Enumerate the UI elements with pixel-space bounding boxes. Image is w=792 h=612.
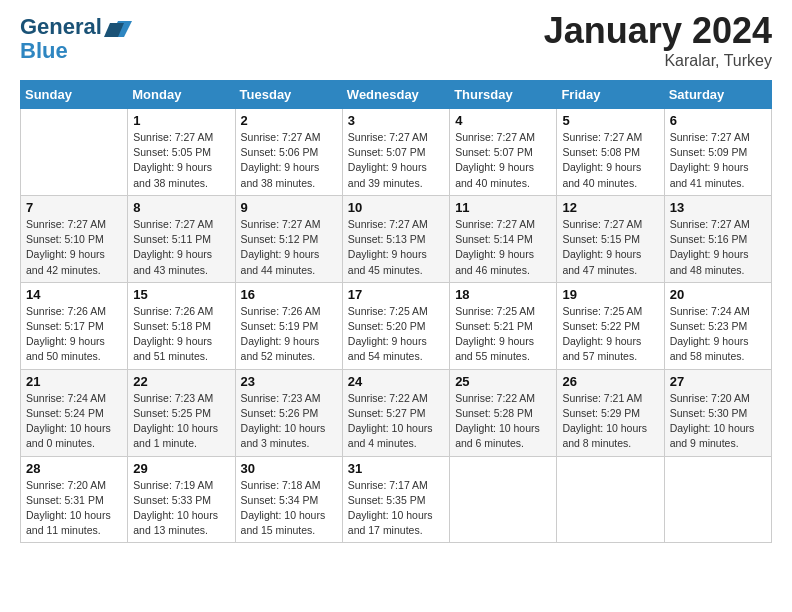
calendar-cell: 26Sunrise: 7:21 AM Sunset: 5:29 PM Dayli… <box>557 369 664 456</box>
calendar-table: SundayMondayTuesdayWednesdayThursdayFrid… <box>20 80 772 543</box>
calendar-cell: 12Sunrise: 7:27 AM Sunset: 5:15 PM Dayli… <box>557 195 664 282</box>
day-info: Sunrise: 7:25 AM Sunset: 5:20 PM Dayligh… <box>348 304 444 365</box>
header-monday: Monday <box>128 81 235 109</box>
week-row-3: 14Sunrise: 7:26 AM Sunset: 5:17 PM Dayli… <box>21 282 772 369</box>
calendar-cell: 20Sunrise: 7:24 AM Sunset: 5:23 PM Dayli… <box>664 282 771 369</box>
week-row-4: 21Sunrise: 7:24 AM Sunset: 5:24 PM Dayli… <box>21 369 772 456</box>
day-info: Sunrise: 7:20 AM Sunset: 5:31 PM Dayligh… <box>26 478 122 539</box>
day-number: 4 <box>455 113 551 128</box>
day-info: Sunrise: 7:18 AM Sunset: 5:34 PM Dayligh… <box>241 478 337 539</box>
header-wednesday: Wednesday <box>342 81 449 109</box>
day-info: Sunrise: 7:23 AM Sunset: 5:26 PM Dayligh… <box>241 391 337 452</box>
calendar-cell: 14Sunrise: 7:26 AM Sunset: 5:17 PM Dayli… <box>21 282 128 369</box>
location: Karalar, Turkey <box>544 52 772 70</box>
title-block: January 2024 Karalar, Turkey <box>544 10 772 70</box>
week-row-1: 1Sunrise: 7:27 AM Sunset: 5:05 PM Daylig… <box>21 109 772 196</box>
logo: General Blue <box>20 15 132 63</box>
day-info: Sunrise: 7:27 AM Sunset: 5:09 PM Dayligh… <box>670 130 766 191</box>
calendar-cell: 27Sunrise: 7:20 AM Sunset: 5:30 PM Dayli… <box>664 369 771 456</box>
calendar-cell: 13Sunrise: 7:27 AM Sunset: 5:16 PM Dayli… <box>664 195 771 282</box>
calendar-cell: 21Sunrise: 7:24 AM Sunset: 5:24 PM Dayli… <box>21 369 128 456</box>
calendar-cell: 28Sunrise: 7:20 AM Sunset: 5:31 PM Dayli… <box>21 456 128 543</box>
calendar-cell: 24Sunrise: 7:22 AM Sunset: 5:27 PM Dayli… <box>342 369 449 456</box>
day-number: 28 <box>26 461 122 476</box>
day-info: Sunrise: 7:27 AM Sunset: 5:14 PM Dayligh… <box>455 217 551 278</box>
header-thursday: Thursday <box>450 81 557 109</box>
day-number: 23 <box>241 374 337 389</box>
day-info: Sunrise: 7:24 AM Sunset: 5:23 PM Dayligh… <box>670 304 766 365</box>
day-number: 18 <box>455 287 551 302</box>
day-number: 1 <box>133 113 229 128</box>
day-number: 9 <box>241 200 337 215</box>
calendar-cell: 31Sunrise: 7:17 AM Sunset: 5:35 PM Dayli… <box>342 456 449 543</box>
day-number: 20 <box>670 287 766 302</box>
calendar-cell: 18Sunrise: 7:25 AM Sunset: 5:21 PM Dayli… <box>450 282 557 369</box>
day-info: Sunrise: 7:27 AM Sunset: 5:11 PM Dayligh… <box>133 217 229 278</box>
calendar-cell: 5Sunrise: 7:27 AM Sunset: 5:08 PM Daylig… <box>557 109 664 196</box>
day-number: 31 <box>348 461 444 476</box>
day-info: Sunrise: 7:27 AM Sunset: 5:08 PM Dayligh… <box>562 130 658 191</box>
calendar-cell: 25Sunrise: 7:22 AM Sunset: 5:28 PM Dayli… <box>450 369 557 456</box>
calendar-cell: 29Sunrise: 7:19 AM Sunset: 5:33 PM Dayli… <box>128 456 235 543</box>
week-row-2: 7Sunrise: 7:27 AM Sunset: 5:10 PM Daylig… <box>21 195 772 282</box>
calendar-cell <box>557 456 664 543</box>
day-info: Sunrise: 7:27 AM Sunset: 5:15 PM Dayligh… <box>562 217 658 278</box>
day-number: 26 <box>562 374 658 389</box>
calendar-cell: 6Sunrise: 7:27 AM Sunset: 5:09 PM Daylig… <box>664 109 771 196</box>
calendar-cell: 11Sunrise: 7:27 AM Sunset: 5:14 PM Dayli… <box>450 195 557 282</box>
day-number: 25 <box>455 374 551 389</box>
day-number: 30 <box>241 461 337 476</box>
day-info: Sunrise: 7:25 AM Sunset: 5:21 PM Dayligh… <box>455 304 551 365</box>
day-number: 24 <box>348 374 444 389</box>
calendar-cell: 7Sunrise: 7:27 AM Sunset: 5:10 PM Daylig… <box>21 195 128 282</box>
calendar-cell: 19Sunrise: 7:25 AM Sunset: 5:22 PM Dayli… <box>557 282 664 369</box>
day-number: 8 <box>133 200 229 215</box>
calendar-cell: 23Sunrise: 7:23 AM Sunset: 5:26 PM Dayli… <box>235 369 342 456</box>
day-info: Sunrise: 7:22 AM Sunset: 5:28 PM Dayligh… <box>455 391 551 452</box>
logo-blue: Blue <box>20 39 132 63</box>
day-number: 21 <box>26 374 122 389</box>
calendar-cell: 8Sunrise: 7:27 AM Sunset: 5:11 PM Daylig… <box>128 195 235 282</box>
day-number: 6 <box>670 113 766 128</box>
day-number: 15 <box>133 287 229 302</box>
calendar-cell: 4Sunrise: 7:27 AM Sunset: 5:07 PM Daylig… <box>450 109 557 196</box>
day-info: Sunrise: 7:27 AM Sunset: 5:13 PM Dayligh… <box>348 217 444 278</box>
calendar-cell: 15Sunrise: 7:26 AM Sunset: 5:18 PM Dayli… <box>128 282 235 369</box>
day-info: Sunrise: 7:27 AM Sunset: 5:05 PM Dayligh… <box>133 130 229 191</box>
day-number: 5 <box>562 113 658 128</box>
day-info: Sunrise: 7:22 AM Sunset: 5:27 PM Dayligh… <box>348 391 444 452</box>
day-info: Sunrise: 7:26 AM Sunset: 5:17 PM Dayligh… <box>26 304 122 365</box>
page-header: General Blue January 2024 Karalar, Turke… <box>20 10 772 70</box>
calendar-cell: 22Sunrise: 7:23 AM Sunset: 5:25 PM Dayli… <box>128 369 235 456</box>
header-sunday: Sunday <box>21 81 128 109</box>
day-number: 29 <box>133 461 229 476</box>
calendar-cell <box>664 456 771 543</box>
calendar-cell: 10Sunrise: 7:27 AM Sunset: 5:13 PM Dayli… <box>342 195 449 282</box>
day-info: Sunrise: 7:27 AM Sunset: 5:16 PM Dayligh… <box>670 217 766 278</box>
day-number: 17 <box>348 287 444 302</box>
day-number: 14 <box>26 287 122 302</box>
day-info: Sunrise: 7:25 AM Sunset: 5:22 PM Dayligh… <box>562 304 658 365</box>
day-info: Sunrise: 7:27 AM Sunset: 5:12 PM Dayligh… <box>241 217 337 278</box>
day-info: Sunrise: 7:27 AM Sunset: 5:06 PM Dayligh… <box>241 130 337 191</box>
calendar-cell: 2Sunrise: 7:27 AM Sunset: 5:06 PM Daylig… <box>235 109 342 196</box>
day-info: Sunrise: 7:27 AM Sunset: 5:10 PM Dayligh… <box>26 217 122 278</box>
day-info: Sunrise: 7:23 AM Sunset: 5:25 PM Dayligh… <box>133 391 229 452</box>
month-title: January 2024 <box>544 10 772 52</box>
calendar-cell: 3Sunrise: 7:27 AM Sunset: 5:07 PM Daylig… <box>342 109 449 196</box>
header-tuesday: Tuesday <box>235 81 342 109</box>
day-number: 2 <box>241 113 337 128</box>
calendar-header-row: SundayMondayTuesdayWednesdayThursdayFrid… <box>21 81 772 109</box>
day-info: Sunrise: 7:24 AM Sunset: 5:24 PM Dayligh… <box>26 391 122 452</box>
day-info: Sunrise: 7:27 AM Sunset: 5:07 PM Dayligh… <box>348 130 444 191</box>
day-info: Sunrise: 7:27 AM Sunset: 5:07 PM Dayligh… <box>455 130 551 191</box>
day-info: Sunrise: 7:17 AM Sunset: 5:35 PM Dayligh… <box>348 478 444 539</box>
day-info: Sunrise: 7:20 AM Sunset: 5:30 PM Dayligh… <box>670 391 766 452</box>
day-info: Sunrise: 7:26 AM Sunset: 5:18 PM Dayligh… <box>133 304 229 365</box>
day-info: Sunrise: 7:26 AM Sunset: 5:19 PM Dayligh… <box>241 304 337 365</box>
day-number: 7 <box>26 200 122 215</box>
calendar-cell: 16Sunrise: 7:26 AM Sunset: 5:19 PM Dayli… <box>235 282 342 369</box>
logo-icon <box>104 17 132 39</box>
calendar-cell: 1Sunrise: 7:27 AM Sunset: 5:05 PM Daylig… <box>128 109 235 196</box>
day-number: 12 <box>562 200 658 215</box>
